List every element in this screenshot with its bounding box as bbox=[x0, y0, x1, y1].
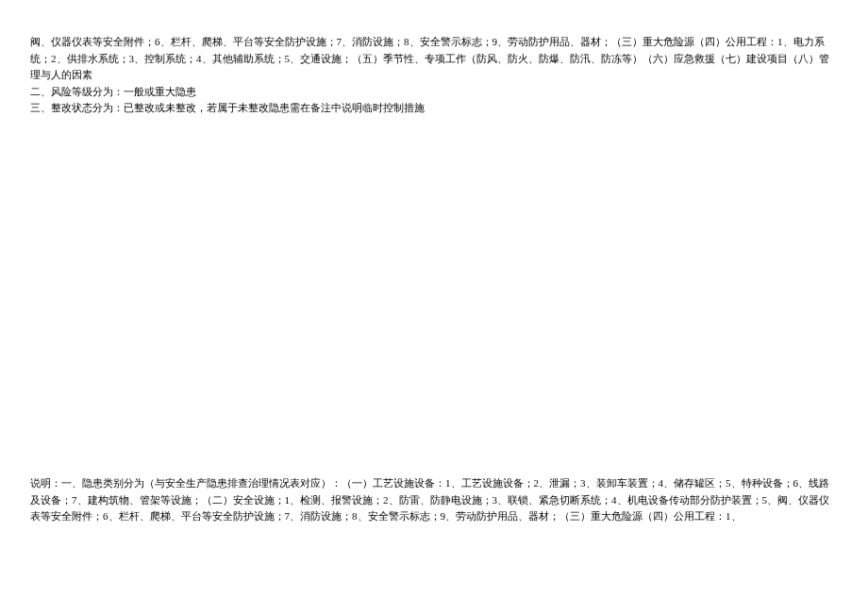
top-line-2: 二、风险等级分为：一般或重大隐患 bbox=[30, 84, 838, 101]
top-text-section: 阀、仪器仪表等安全附件；6、栏杆、爬梯、平台等安全防护设施；7、消防设施；8、安… bbox=[30, 34, 838, 117]
top-line-1: 阀、仪器仪表等安全附件；6、栏杆、爬梯、平台等安全防护设施；7、消防设施；8、安… bbox=[30, 34, 838, 84]
top-line-3: 三、整改状态分为：已整改或未整改，若属于未整改隐患需在备注中说明临时控制措施 bbox=[30, 100, 838, 117]
bottom-text-section: 说明：一、隐患类别分为（与安全生产隐患排查治理情况表对应）：（一）工艺设施设备：… bbox=[30, 475, 838, 525]
bottom-line-1: 说明：一、隐患类别分为（与安全生产隐患排查治理情况表对应）：（一）工艺设施设备：… bbox=[30, 475, 838, 525]
